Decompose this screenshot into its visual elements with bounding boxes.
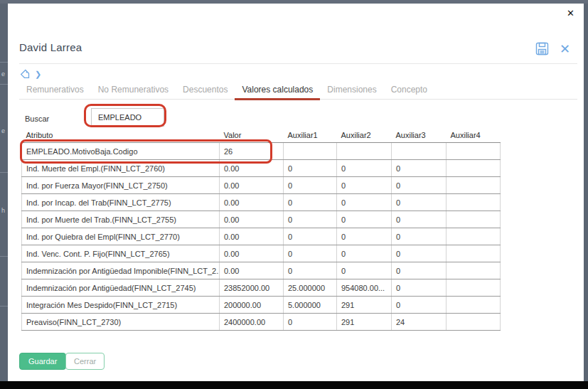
cell-atributo[interactable]: Indemnización por Antigüedad(FINN_LCT_27… xyxy=(22,279,220,297)
guardar-button[interactable]: Guardar xyxy=(19,353,66,370)
overlay-close-icon[interactable]: ✕ xyxy=(567,9,574,18)
cell-auxiliar4[interactable] xyxy=(447,143,501,160)
column-header-auxiliar3[interactable]: Auxiliar3 xyxy=(392,130,447,143)
cell-auxiliar3[interactable]: 0 xyxy=(392,262,447,279)
table-row[interactable]: Indemnización por Antigüedad(FINN_LCT_27… xyxy=(22,279,501,297)
cell-auxiliar2[interactable]: 0 xyxy=(337,211,392,228)
cell-auxiliar1[interactable]: 0 xyxy=(284,177,337,194)
cell-auxiliar4[interactable] xyxy=(447,314,501,331)
cell-auxiliar2[interactable]: 0 xyxy=(337,160,392,177)
table-row[interactable]: Ind. por Quiebra del Empl(FINN_LCT_2770)… xyxy=(22,228,501,245)
cell-auxiliar3[interactable] xyxy=(392,143,447,160)
table-row[interactable]: Ind. por Muerte del Trab.(FINN_LCT_2755)… xyxy=(22,211,501,228)
cell-auxiliar1[interactable]: 0 xyxy=(284,245,337,262)
cerrar-button[interactable]: Cerrar xyxy=(65,353,105,370)
table-row[interactable]: Ind. por Fuerza Mayor(FINN_LCT_2750)0.00… xyxy=(22,177,501,194)
cell-atributo[interactable]: Indemnización por Antigüedad Imponible(F… xyxy=(22,262,220,279)
cell-auxiliar2[interactable]: 291 xyxy=(337,297,392,314)
cell-auxiliar3[interactable]: 0 xyxy=(392,160,447,177)
cell-auxiliar3[interactable]: 0 xyxy=(392,211,447,228)
cell-auxiliar4[interactable] xyxy=(447,177,501,194)
table-row[interactable]: Integración Mes Despido(FINN_LCT_2715)20… xyxy=(22,297,501,314)
cell-auxiliar1[interactable] xyxy=(284,143,337,160)
cell-auxiliar3[interactable]: 0 xyxy=(392,279,447,297)
cell-atributo[interactable]: Ind. Venc. Cont. P. Fijo(FINN_LCT_2765) xyxy=(22,245,220,262)
attributes-table: Atributo Valor Auxiliar1 Auxiliar2 Auxil… xyxy=(21,130,501,331)
column-header-atributo[interactable]: Atributo xyxy=(22,130,220,143)
cell-valor[interactable]: 23852000.00 xyxy=(220,279,284,297)
column-header-valor[interactable]: Valor xyxy=(220,130,284,143)
cell-auxiliar4[interactable] xyxy=(447,228,501,245)
cell-auxiliar4[interactable] xyxy=(447,297,501,314)
table-row[interactable]: Indemnización por Antigüedad Imponible(F… xyxy=(22,262,501,279)
cell-auxiliar1[interactable]: 0 xyxy=(284,160,337,177)
column-header-auxiliar4[interactable]: Auxiliar4 xyxy=(447,130,501,143)
column-header-auxiliar2[interactable]: Auxiliar2 xyxy=(337,130,392,143)
cell-auxiliar1[interactable]: 0 xyxy=(284,194,337,211)
cell-auxiliar3[interactable]: 24 xyxy=(392,314,447,331)
tab-descuentos[interactable]: Descuentos xyxy=(176,81,235,100)
save-icon[interactable] xyxy=(535,42,549,55)
tab-remunerativos[interactable]: Remunerativos xyxy=(19,81,91,100)
cell-auxiliar2[interactable] xyxy=(337,143,392,160)
tab-no-remunerativos[interactable]: No Remunerativos xyxy=(91,81,176,100)
table-row[interactable]: Ind. Muerte del Empl.(FINN_LCT_2760)0.00… xyxy=(22,160,501,177)
cell-valor[interactable]: 0.00 xyxy=(220,177,284,194)
cell-auxiliar1[interactable]: 0 xyxy=(284,262,337,279)
cell-valor[interactable]: 2400000.00 xyxy=(220,314,284,331)
cell-valor[interactable]: 0.00 xyxy=(220,160,284,177)
cell-auxiliar3[interactable]: 0 xyxy=(392,194,447,211)
background-bottom-bar xyxy=(0,381,588,389)
tab-dimensiones[interactable]: Dimensiones xyxy=(320,81,383,100)
cell-auxiliar2[interactable]: 0 xyxy=(337,262,392,279)
modal-close-icon[interactable]: ✕ xyxy=(560,43,570,55)
chevron-right-icon[interactable]: ❯ xyxy=(35,70,41,79)
cell-valor[interactable]: 0.00 xyxy=(220,194,284,211)
cell-auxiliar1[interactable]: 5.000000 xyxy=(284,297,337,314)
cell-auxiliar1[interactable]: 0 xyxy=(284,314,337,331)
cell-valor[interactable]: 26 xyxy=(220,143,284,160)
cell-atributo[interactable]: Ind. por Quiebra del Empl(FINN_LCT_2770) xyxy=(22,228,220,245)
cell-auxiliar2[interactable]: 0 xyxy=(337,245,392,262)
table-row[interactable]: Ind. Venc. Cont. P. Fijo(FINN_LCT_2765)0… xyxy=(22,245,501,262)
cell-auxiliar1[interactable]: 25.000000 xyxy=(284,279,337,297)
cell-valor[interactable]: 200000.00 xyxy=(220,297,284,314)
cell-auxiliar1[interactable]: 0 xyxy=(284,228,337,245)
cell-auxiliar4[interactable] xyxy=(447,279,501,297)
table-row[interactable]: Ind. por Incap. del Trab(FINN_LCT_2775)0… xyxy=(22,194,501,211)
cell-auxiliar4[interactable] xyxy=(447,211,501,228)
cell-valor[interactable]: 0.00 xyxy=(220,211,284,228)
column-header-auxiliar1[interactable]: Auxiliar1 xyxy=(284,130,337,143)
cell-auxiliar3[interactable]: 0 xyxy=(392,297,447,314)
tab-valores-calculados[interactable]: Valores calculados xyxy=(235,81,320,100)
cell-atributo[interactable]: Ind. Muerte del Empl.(FINN_LCT_2760) xyxy=(22,160,220,177)
cell-atributo[interactable]: Ind. por Muerte del Trab.(FINN_LCT_2755) xyxy=(22,211,220,228)
cell-valor[interactable]: 0.00 xyxy=(220,228,284,245)
cell-atributo[interactable]: Ind. por Fuerza Mayor(FINN_LCT_2750) xyxy=(22,177,220,194)
cell-auxiliar3[interactable]: 0 xyxy=(392,245,447,262)
cell-auxiliar2[interactable]: 954080.00... xyxy=(337,279,392,297)
cell-auxiliar3[interactable]: 0 xyxy=(392,228,447,245)
cell-valor[interactable]: 0.00 xyxy=(220,262,284,279)
tab-concepto[interactable]: Concepto xyxy=(384,81,434,100)
background-right-strip xyxy=(584,4,588,381)
cell-auxiliar4[interactable] xyxy=(447,262,501,279)
cell-atributo[interactable]: Integración Mes Despido(FINN_LCT_2715) xyxy=(22,297,220,314)
cell-auxiliar4[interactable] xyxy=(447,245,501,262)
cell-auxiliar2[interactable]: 0 xyxy=(337,194,392,211)
cell-auxiliar1[interactable]: 0 xyxy=(284,211,337,228)
cell-auxiliar4[interactable] xyxy=(447,194,501,211)
cell-auxiliar2[interactable]: 0 xyxy=(337,177,392,194)
cell-valor[interactable]: 0.00 xyxy=(220,245,284,262)
table-row[interactable]: Preaviso(FINN_LCT_2730)2400000.00029124 xyxy=(22,314,501,331)
cell-atributo[interactable]: Ind. por Incap. del Trab(FINN_LCT_2775) xyxy=(22,194,220,211)
cell-atributo[interactable]: EMPLEADO.MotivoBaja.Codigo xyxy=(22,143,220,160)
search-input[interactable] xyxy=(91,108,164,127)
cell-auxiliar4[interactable] xyxy=(447,160,501,177)
cell-auxiliar2[interactable]: 291 xyxy=(337,314,392,331)
cell-atributo[interactable]: Preaviso(FINN_LCT_2730) xyxy=(22,314,220,331)
cell-auxiliar3[interactable]: 0 xyxy=(392,177,447,194)
table-row[interactable]: EMPLEADO.MotivoBaja.Codigo26 xyxy=(22,143,501,160)
tag-icon[interactable] xyxy=(20,69,30,79)
cell-auxiliar2[interactable]: 0 xyxy=(337,228,392,245)
